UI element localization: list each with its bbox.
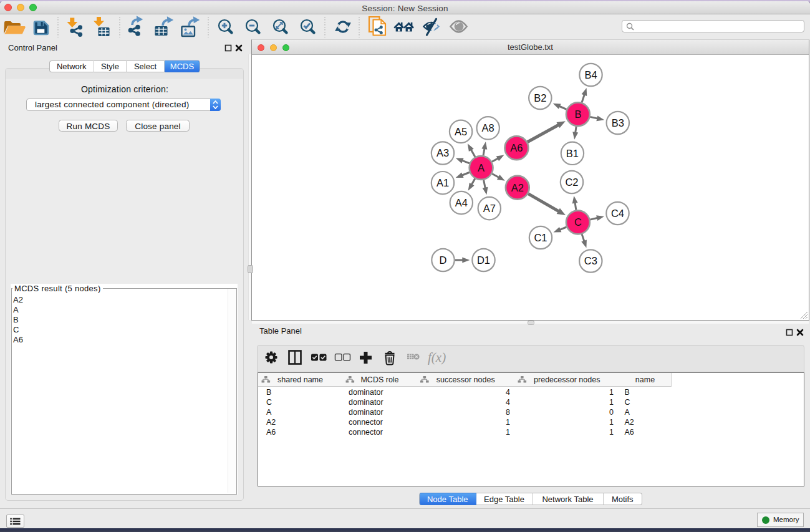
svg-text:A1: A1 bbox=[436, 177, 449, 188]
svg-text:C3: C3 bbox=[584, 255, 597, 266]
svg-text:A8: A8 bbox=[482, 122, 494, 133]
svg-text:B3: B3 bbox=[612, 117, 624, 128]
svg-text:D1: D1 bbox=[477, 254, 490, 266]
svg-text:C: C bbox=[574, 216, 582, 228]
svg-text:A4: A4 bbox=[455, 197, 468, 208]
svg-text:A: A bbox=[478, 162, 485, 173]
svg-text:A6: A6 bbox=[510, 142, 523, 153]
svg-text:B: B bbox=[574, 109, 581, 120]
svg-text:f(x): f(x) bbox=[428, 350, 446, 365]
svg-text:B1: B1 bbox=[566, 148, 579, 159]
svg-text:B2: B2 bbox=[534, 92, 546, 104]
svg-text:D: D bbox=[440, 254, 447, 266]
svg-text:B4: B4 bbox=[584, 69, 597, 80]
svg-text:C2: C2 bbox=[565, 177, 578, 188]
svg-text:A5: A5 bbox=[455, 126, 467, 137]
svg-text:C4: C4 bbox=[611, 208, 624, 219]
svg-text:A3: A3 bbox=[436, 147, 449, 158]
svg-text:A2: A2 bbox=[511, 182, 524, 193]
svg-text:A7: A7 bbox=[483, 203, 496, 214]
svg-text:C1: C1 bbox=[534, 232, 547, 243]
